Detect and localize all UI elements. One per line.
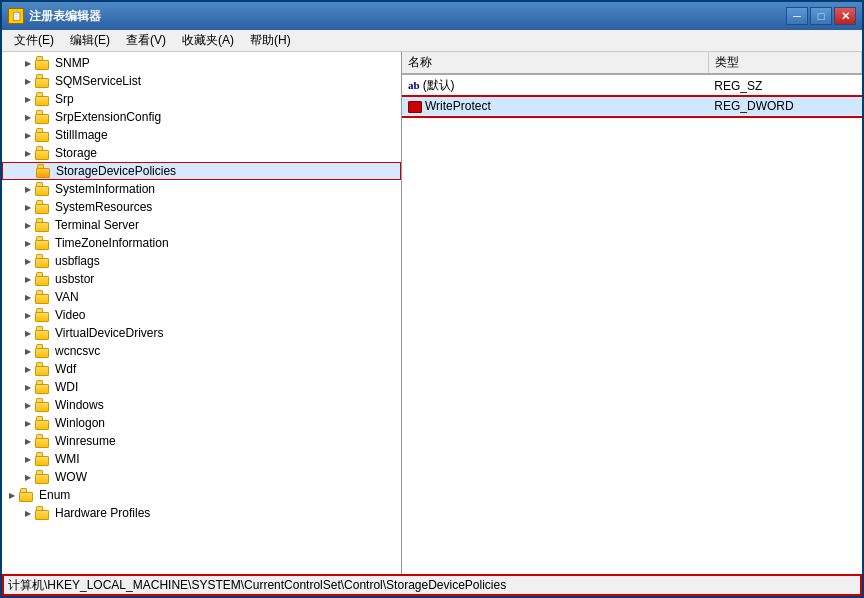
- registry-editor-window: 📋 注册表编辑器 ─ □ ✕ 文件(E) 编辑(E) 查看(V) 收藏夹(A) …: [0, 0, 864, 598]
- expand-arrow-usbflags[interactable]: ▶: [22, 257, 34, 266]
- expand-arrow-srpextensionconfig[interactable]: ▶: [22, 113, 34, 122]
- folder-icon-snmp: [34, 56, 52, 70]
- tree-item-wow[interactable]: ▶WOW: [2, 468, 401, 486]
- tree-item-snmp[interactable]: ▶SNMP: [2, 54, 401, 72]
- tree-item-sqmservicelist[interactable]: ▶SQMServiceList: [2, 72, 401, 90]
- expand-arrow-enum[interactable]: ▶: [6, 491, 18, 500]
- tree-label-windows: Windows: [55, 398, 104, 412]
- title-bar: 📋 注册表编辑器 ─ □ ✕: [2, 2, 862, 30]
- close-button[interactable]: ✕: [834, 7, 856, 25]
- expand-arrow-winresume[interactable]: ▶: [22, 437, 34, 446]
- tree-label-virtualdevicedrivers: VirtualDeviceDrivers: [55, 326, 163, 340]
- registry-row-default[interactable]: ab(默认)REG_SZ: [402, 74, 862, 97]
- tree-label-wcncsvc: wcncsvc: [55, 344, 100, 358]
- folder-icon-sqmservicelist: [34, 74, 52, 88]
- expand-arrow-timezoneinformation[interactable]: ▶: [22, 239, 34, 248]
- menu-file[interactable]: 文件(E): [6, 30, 62, 51]
- expand-arrow-wmi[interactable]: ▶: [22, 455, 34, 464]
- tree-item-enum[interactable]: ▶Enum: [2, 486, 401, 504]
- tree-item-terminalserver[interactable]: ▶Terminal Server: [2, 216, 401, 234]
- expand-arrow-wdf[interactable]: ▶: [22, 365, 34, 374]
- tree-label-winresume: Winresume: [55, 434, 116, 448]
- tree-item-systeminformation[interactable]: ▶SystemInformation: [2, 180, 401, 198]
- menu-edit[interactable]: 编辑(E): [62, 30, 118, 51]
- tree-label-winlogon: Winlogon: [55, 416, 105, 430]
- menu-view[interactable]: 查看(V): [118, 30, 174, 51]
- expand-arrow-video[interactable]: ▶: [22, 311, 34, 320]
- menu-favorites[interactable]: 收藏夹(A): [174, 30, 242, 51]
- expand-arrow-terminalserver[interactable]: ▶: [22, 221, 34, 230]
- expand-arrow-storage[interactable]: ▶: [22, 149, 34, 158]
- right-pane: 名称 类型 ab(默认)REG_SZWriteProtectREG_DWORD: [402, 52, 862, 574]
- tree-item-srp[interactable]: ▶Srp: [2, 90, 401, 108]
- tree-label-usbflags: usbflags: [55, 254, 100, 268]
- registry-values-table: 名称 类型 ab(默认)REG_SZWriteProtectREG_DWORD: [402, 52, 862, 574]
- tree-label-video: Video: [55, 308, 85, 322]
- title-bar-buttons: ─ □ ✕: [786, 7, 856, 25]
- registry-row-writeprotect[interactable]: WriteProtectREG_DWORD: [402, 97, 862, 116]
- registry-tree[interactable]: ▶SNMP▶SQMServiceList▶Srp▶SrpExtensionCon…: [2, 52, 401, 574]
- expand-arrow-wow[interactable]: ▶: [22, 473, 34, 482]
- minimize-button[interactable]: ─: [786, 7, 808, 25]
- tree-item-timezoneinformation[interactable]: ▶TimeZoneInformation: [2, 234, 401, 252]
- folder-icon-terminalserver: [34, 218, 52, 232]
- expand-arrow-van[interactable]: ▶: [22, 293, 34, 302]
- expand-arrow-wdi[interactable]: ▶: [22, 383, 34, 392]
- tree-item-stillimage[interactable]: ▶StillImage: [2, 126, 401, 144]
- tree-label-hardwareprofiles: Hardware Profiles: [55, 506, 150, 520]
- tree-item-wmi[interactable]: ▶WMI: [2, 450, 401, 468]
- maximize-button[interactable]: □: [810, 7, 832, 25]
- tree-item-storage[interactable]: ▶Storage: [2, 144, 401, 162]
- expand-arrow-srp[interactable]: ▶: [22, 95, 34, 104]
- cell-type-writeprotect: REG_DWORD: [708, 97, 861, 116]
- expand-arrow-hardwareprofiles[interactable]: ▶: [22, 509, 34, 518]
- expand-arrow-winlogon[interactable]: ▶: [22, 419, 34, 428]
- folder-icon-systemresources: [34, 200, 52, 214]
- tree-label-storagedevicepolicies: StorageDevicePolicies: [56, 164, 176, 178]
- col-header-type: 类型: [708, 52, 861, 74]
- folder-icon-hardwareprofiles: [34, 506, 52, 520]
- folder-icon-wow: [34, 470, 52, 484]
- tree-item-hardwareprofiles[interactable]: ▶Hardware Profiles: [2, 504, 401, 522]
- tree-label-wmi: WMI: [55, 452, 80, 466]
- expand-arrow-systeminformation[interactable]: ▶: [22, 185, 34, 194]
- tree-item-wdi[interactable]: ▶WDI: [2, 378, 401, 396]
- folder-icon-storage: [34, 146, 52, 160]
- folder-icon-wcncsvc: [34, 344, 52, 358]
- cell-type-default: REG_SZ: [708, 74, 861, 97]
- expand-arrow-virtualdevicedrivers[interactable]: ▶: [22, 329, 34, 338]
- status-path: 计算机\HKEY_LOCAL_MACHINE\SYSTEM\CurrentCon…: [8, 577, 506, 594]
- folder-icon-wmi: [34, 452, 52, 466]
- expand-arrow-snmp[interactable]: ▶: [22, 59, 34, 68]
- tree-item-wdf[interactable]: ▶Wdf: [2, 360, 401, 378]
- tree-item-van[interactable]: ▶VAN: [2, 288, 401, 306]
- main-content: ▶SNMP▶SQMServiceList▶Srp▶SrpExtensionCon…: [2, 52, 862, 574]
- expand-arrow-wcncsvc[interactable]: ▶: [22, 347, 34, 356]
- tree-item-winresume[interactable]: ▶Winresume: [2, 432, 401, 450]
- tree-label-van: VAN: [55, 290, 79, 304]
- expand-arrow-sqmservicelist[interactable]: ▶: [22, 77, 34, 86]
- status-bar: 计算机\HKEY_LOCAL_MACHINE\SYSTEM\CurrentCon…: [2, 574, 862, 596]
- tree-item-winlogon[interactable]: ▶Winlogon: [2, 414, 401, 432]
- tree-item-wcncsvc[interactable]: ▶wcncsvc: [2, 342, 401, 360]
- expand-arrow-usbstor[interactable]: ▶: [22, 275, 34, 284]
- expand-arrow-systemresources[interactable]: ▶: [22, 203, 34, 212]
- tree-item-storagedevicepolicies[interactable]: StorageDevicePolicies: [2, 162, 401, 180]
- tree-label-wdf: Wdf: [55, 362, 76, 376]
- tree-item-usbflags[interactable]: ▶usbflags: [2, 252, 401, 270]
- expand-arrow-stillimage[interactable]: ▶: [22, 131, 34, 140]
- tree-item-video[interactable]: ▶Video: [2, 306, 401, 324]
- tree-item-windows[interactable]: ▶Windows: [2, 396, 401, 414]
- folder-icon-video: [34, 308, 52, 322]
- expand-arrow-windows[interactable]: ▶: [22, 401, 34, 410]
- tree-item-usbstor[interactable]: ▶usbstor: [2, 270, 401, 288]
- folder-icon-storagedevicepolicies: [35, 164, 53, 178]
- window-title: 注册表编辑器: [29, 8, 101, 25]
- tree-item-srpextensionconfig[interactable]: ▶SrpExtensionConfig: [2, 108, 401, 126]
- menu-bar: 文件(E) 编辑(E) 查看(V) 收藏夹(A) 帮助(H): [2, 30, 862, 52]
- tree-item-systemresources[interactable]: ▶SystemResources: [2, 198, 401, 216]
- folder-icon-windows: [34, 398, 52, 412]
- tree-item-virtualdevicedrivers[interactable]: ▶VirtualDeviceDrivers: [2, 324, 401, 342]
- menu-help[interactable]: 帮助(H): [242, 30, 299, 51]
- tree-label-srp: Srp: [55, 92, 74, 106]
